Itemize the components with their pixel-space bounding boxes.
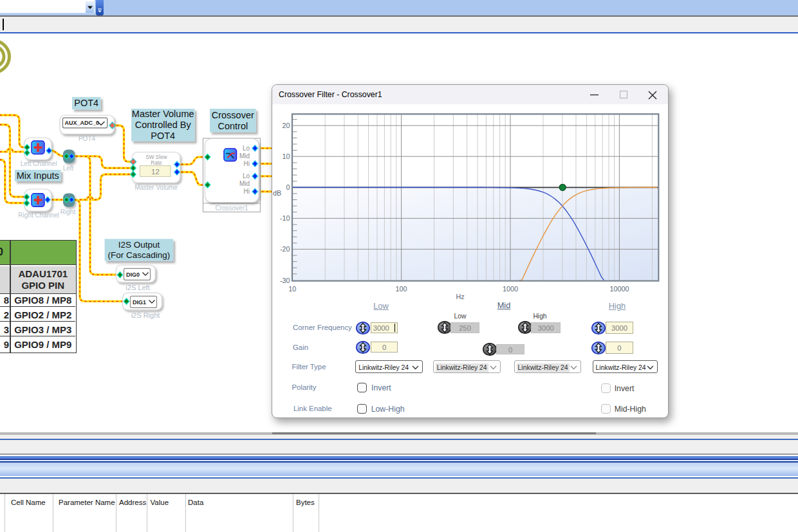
svg-text:Mid: Mid <box>239 152 250 160</box>
svg-text:Left Channel: Left Channel <box>21 160 57 167</box>
svg-text:Mix Inputs: Mix Inputs <box>17 170 59 181</box>
svg-text:Rate: Rate <box>151 160 162 166</box>
svg-text:1000: 1000 <box>502 285 517 293</box>
svg-text:POT4: POT4 <box>74 98 98 108</box>
svg-text:10000: 10000 <box>609 285 629 293</box>
svg-text:20: 20 <box>282 122 290 129</box>
svg-text:Left: Left <box>63 165 74 172</box>
svg-text:Master Volume: Master Volume <box>135 184 178 191</box>
svg-text:POT4: POT4 <box>79 135 96 142</box>
svg-text:-10: -10 <box>279 214 290 222</box>
svg-text:Lo: Lo <box>243 145 250 152</box>
svg-text:i2S Left: i2S Left <box>125 284 149 291</box>
svg-text:Hi: Hi <box>244 188 250 195</box>
svg-text:dB: dB <box>272 189 281 197</box>
svg-text:Hz: Hz <box>456 293 464 300</box>
svg-text:10: 10 <box>288 285 296 293</box>
svg-text:Control: Control <box>218 121 248 131</box>
svg-text:Crossover1: Crossover1 <box>215 205 248 212</box>
svg-text:Right Channel: Right Channel <box>18 212 59 219</box>
svg-text:100: 100 <box>395 285 407 293</box>
svg-text:-20: -20 <box>279 245 290 253</box>
svg-text:DIG1: DIG1 <box>133 299 146 306</box>
svg-text:12: 12 <box>151 168 160 176</box>
svg-text:SW Slew: SW Slew <box>145 154 167 160</box>
svg-text:Mid: Mid <box>239 180 250 187</box>
svg-text:(For Cascading): (For Cascading) <box>108 250 171 260</box>
svg-text:i2S Right: i2S Right <box>131 311 160 319</box>
svg-text:-30: -30 <box>279 277 290 284</box>
svg-text:DIG0: DIG0 <box>126 271 140 278</box>
svg-text:10: 10 <box>282 152 290 160</box>
svg-text:POT4: POT4 <box>151 131 175 141</box>
svg-text:Lo: Lo <box>243 172 250 179</box>
svg-text:Master Volume: Master Volume <box>132 109 194 119</box>
svg-text:I2S Output: I2S Output <box>118 240 160 250</box>
svg-text:Hi: Hi <box>244 160 250 167</box>
svg-text:0: 0 <box>286 183 290 191</box>
svg-text:Controlled By: Controlled By <box>135 120 192 130</box>
svg-text:AUX_ADC_0: AUX_ADC_0 <box>65 120 100 126</box>
svg-text:Right: Right <box>60 208 76 216</box>
svg-text:Crossover: Crossover <box>212 110 254 120</box>
